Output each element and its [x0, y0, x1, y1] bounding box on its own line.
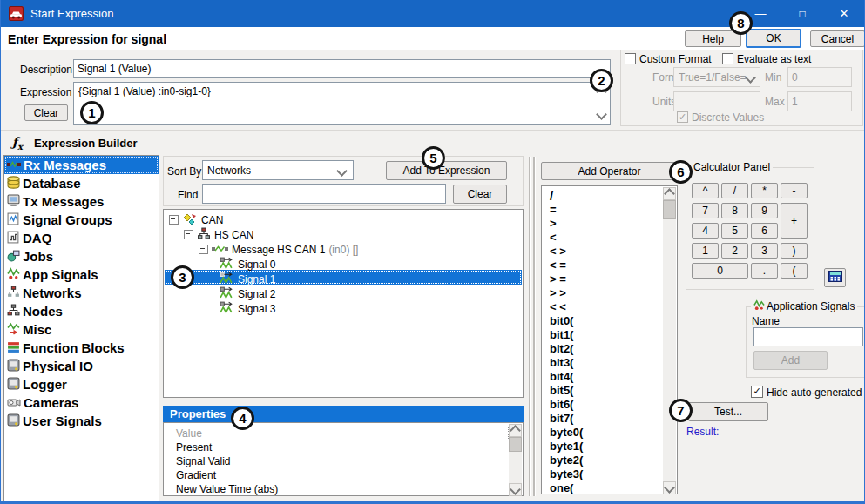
- calc-key-plus[interactable]: +: [781, 203, 808, 239]
- sidebar-item-rx-messages[interactable]: Rx Messages: [4, 156, 159, 174]
- sidebar-item-misc[interactable]: Misc: [4, 320, 159, 339]
- hide-auto-generated-checkbox[interactable]: ✓: [751, 386, 763, 398]
- find-clear-button[interactable]: Clear: [453, 185, 507, 204]
- scroll-up-icon[interactable]: [510, 425, 521, 436]
- property-item-present[interactable]: Present: [166, 440, 509, 454]
- add-to-expression-button[interactable]: Add To Expression: [386, 161, 507, 180]
- properties-scrollbar[interactable]: [509, 424, 522, 496]
- operator-item[interactable]: bit6(: [543, 398, 662, 412]
- operator-item[interactable]: bit3(: [543, 356, 662, 370]
- sidebar-item-cameras[interactable]: Cameras: [4, 393, 159, 412]
- operator-item[interactable]: < =: [543, 259, 662, 272]
- name-input[interactable]: [753, 327, 863, 346]
- operator-item[interactable]: > =: [543, 272, 662, 286]
- calc-key-1[interactable]: 1: [692, 243, 719, 259]
- maximize-button[interactable]: □: [782, 0, 822, 27]
- property-item-value[interactable]: Value: [166, 427, 509, 440]
- operator-item[interactable]: bit4(: [543, 370, 662, 384]
- operator-item[interactable]: bit2(: [543, 342, 662, 356]
- scroll-down-icon[interactable]: [664, 482, 675, 494]
- calc-key-9[interactable]: 9: [751, 203, 778, 218]
- property-item-new-value-time[interactable]: New Value Time (abs): [166, 482, 509, 496]
- sidebar-item-user-signals[interactable]: User Signals: [4, 412, 159, 430]
- custom-format-checkbox[interactable]: [625, 53, 636, 64]
- operator-item[interactable]: >: [543, 217, 662, 231]
- cancel-button[interactable]: Cancel: [810, 30, 865, 47]
- tree-node-signal-1[interactable]: Signal 1: [220, 272, 275, 286]
- clear-expression-button[interactable]: Clear: [24, 104, 68, 121]
- collapse-icon[interactable]: [169, 215, 179, 225]
- calculator-launch-button[interactable]: [824, 268, 846, 287]
- operator-item[interactable]: bit0(: [543, 314, 662, 328]
- tree-node-signal-2[interactable]: Signal 2: [220, 286, 275, 301]
- calc-key-7[interactable]: 7: [692, 203, 719, 218]
- test-button[interactable]: Test...: [688, 402, 768, 421]
- sidebar-item-daq[interactable]: DAQ: [4, 229, 159, 247]
- splitter-handle[interactable]: [529, 157, 531, 496]
- sidebar-item-jobs[interactable]: Jobs: [4, 247, 159, 265]
- sidebar-item-database[interactable]: Database: [4, 174, 159, 192]
- scrollbar-thumb[interactable]: [663, 200, 676, 219]
- calc-key-6[interactable]: 6: [751, 223, 778, 239]
- operator-item[interactable]: < >: [543, 245, 662, 259]
- ok-button[interactable]: OK: [746, 29, 801, 48]
- operator-item[interactable]: byte1(: [543, 440, 662, 454]
- operator-item[interactable]: <: [543, 231, 662, 245]
- sidebar-item-signal-groups[interactable]: Signal Groups: [4, 211, 159, 229]
- calc-key-minus[interactable]: -: [781, 183, 808, 198]
- calc-key-caret[interactable]: ^: [692, 183, 719, 198]
- splitter-handle[interactable]: [533, 157, 536, 496]
- operator-item[interactable]: bit7(: [543, 412, 662, 426]
- calc-key-4[interactable]: 4: [692, 223, 719, 239]
- description-input[interactable]: [73, 59, 611, 78]
- sidebar-item-nodes[interactable]: Nodes: [4, 302, 159, 320]
- calc-key-multiply[interactable]: *: [751, 183, 778, 198]
- scroll-down-icon[interactable]: [510, 484, 521, 495]
- tree-node-signal-3[interactable]: Signal 3: [220, 301, 275, 316]
- operator-item[interactable]: byte2(: [543, 454, 662, 467]
- sort-by-dropdown[interactable]: Networks: [202, 160, 354, 180]
- close-button[interactable]: ✕: [824, 0, 864, 27]
- tree-node-can[interactable]: CAN: [169, 212, 223, 227]
- sidebar-item-app-signals[interactable]: App Signals: [4, 265, 159, 284]
- calc-key-2[interactable]: 2: [721, 243, 748, 259]
- tree-node-message[interactable]: Message HS CAN 1 (in0) []: [199, 242, 358, 257]
- property-item-signal-valid[interactable]: Signal Valid: [166, 454, 509, 468]
- sidebar-item-tx-messages[interactable]: Tx Messages: [4, 192, 159, 211]
- find-input[interactable]: [202, 184, 446, 204]
- operator-item[interactable]: =: [543, 203, 662, 217]
- calc-key-close-paren[interactable]: ): [781, 243, 808, 259]
- operator-item[interactable]: < <: [543, 300, 662, 314]
- sidebar-item-networks[interactable]: Networks: [4, 284, 159, 302]
- calc-key-divide[interactable]: /: [721, 183, 748, 198]
- tree-node-signal-0[interactable]: Signal 0: [220, 257, 275, 272]
- help-button[interactable]: Help: [685, 30, 741, 47]
- operator-item[interactable]: bit5(: [543, 384, 662, 398]
- calc-key-open-paren[interactable]: (: [781, 263, 808, 279]
- calc-key-8[interactable]: 8: [721, 203, 748, 218]
- collapse-icon[interactable]: [184, 230, 193, 239]
- add-operator-button[interactable]: Add Operator: [541, 162, 678, 180]
- scroll-down-icon[interactable]: [596, 109, 607, 120]
- calc-key-0[interactable]: 0: [692, 263, 748, 279]
- sidebar-item-physical-io[interactable]: Physical IO: [4, 357, 159, 375]
- scrollbar-thumb[interactable]: [509, 437, 522, 452]
- collapse-icon[interactable]: [199, 245, 208, 254]
- operator-item[interactable]: /: [543, 189, 662, 203]
- operator-scrollbar[interactable]: [663, 187, 676, 494]
- operator-item[interactable]: > >: [543, 286, 662, 300]
- tree-node-hs-can[interactable]: HS CAN: [184, 227, 253, 242]
- scroll-up-icon[interactable]: [664, 188, 675, 199]
- sidebar-item-logger[interactable]: Logger: [4, 375, 159, 393]
- property-item-gradient[interactable]: Gradient: [166, 468, 509, 482]
- evaluate-as-text-checkbox[interactable]: [722, 53, 733, 64]
- operator-item[interactable]: byte0(: [543, 426, 662, 440]
- expression-textarea[interactable]: {Signal 1 (Value) :in0-sig1-0}: [73, 82, 611, 125]
- sidebar-item-function-blocks[interactable]: Function Blocks: [4, 339, 159, 357]
- calc-key-decimal[interactable]: .: [751, 263, 778, 279]
- calc-key-5[interactable]: 5: [721, 223, 748, 239]
- operator-item[interactable]: one(: [543, 481, 662, 495]
- calc-key-3[interactable]: 3: [751, 243, 778, 259]
- operator-item[interactable]: bit1(: [543, 328, 662, 342]
- operator-item[interactable]: byte3(: [543, 467, 662, 481]
